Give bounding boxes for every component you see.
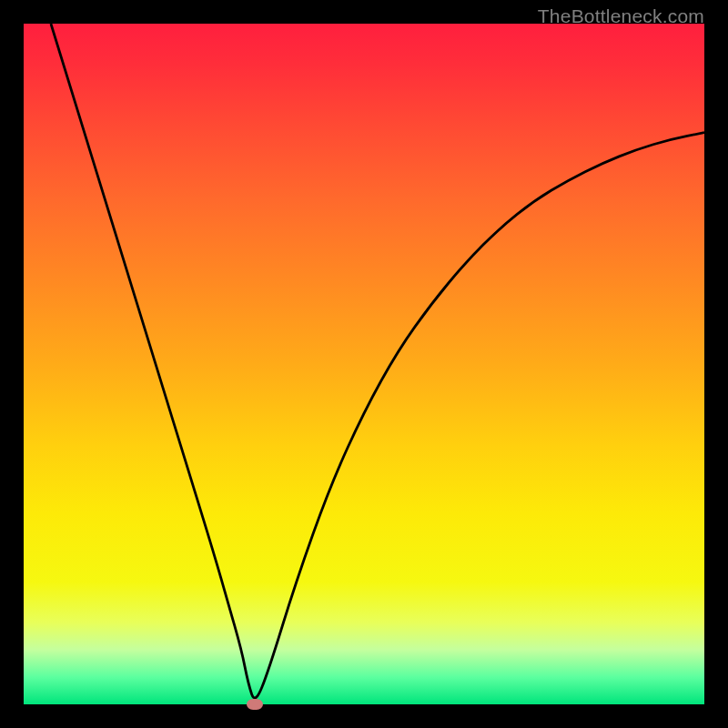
- plot-area: [24, 24, 704, 704]
- bottleneck-marker: [247, 699, 263, 710]
- watermark-text: TheBottleneck.com: [538, 5, 704, 27]
